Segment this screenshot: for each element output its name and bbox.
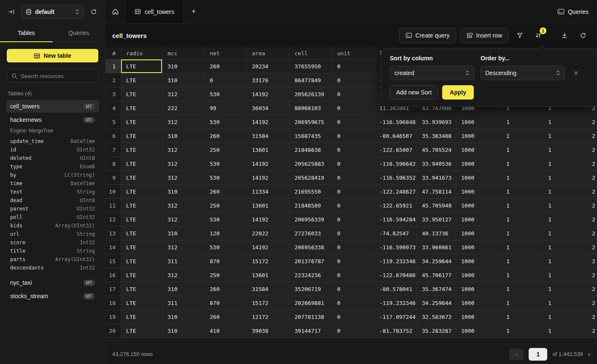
table-cell[interactable]: 312 — [162, 115, 205, 129]
table-cell[interactable]: LTE — [121, 310, 162, 324]
table-cell[interactable]: LTE — [121, 240, 162, 254]
table-cell[interactable]: 1 — [501, 296, 543, 310]
table-cell[interactable]: 530 — [205, 157, 247, 170]
table-cell[interactable]: 870 — [205, 254, 247, 268]
page-number-input[interactable] — [529, 348, 547, 361]
table-cell[interactable]: 0 — [332, 199, 374, 212]
table-cell[interactable]: 530 — [205, 213, 247, 226]
table-cell[interactable]: -116.590973 — [374, 240, 417, 254]
table-cell[interactable]: 1 — [543, 240, 587, 254]
table-cell[interactable]: 1000 — [456, 282, 501, 296]
table-cell[interactable]: 205625883 — [289, 157, 332, 170]
table-cell[interactable]: 1 — [543, 143, 587, 156]
database-selector[interactable]: default — [21, 5, 84, 19]
table-cell[interactable]: 0 — [332, 171, 374, 184]
table-cell[interactable]: 2 — [587, 213, 597, 226]
table-cell[interactable]: 250 — [205, 199, 247, 212]
table-cell[interactable]: 410 — [205, 324, 247, 337]
table-cell[interactable]: 222 — [162, 101, 205, 115]
table-cell[interactable]: LTE — [121, 171, 162, 184]
column-header-radio[interactable]: radio — [121, 47, 162, 59]
table-cell[interactable]: 310 — [162, 324, 205, 337]
table-cell[interactable]: 260 — [205, 185, 247, 198]
table-cell[interactable]: 36034 — [247, 101, 289, 115]
table-cell[interactable]: 14192 — [247, 240, 289, 254]
table-cell[interactable]: 88068103 — [289, 101, 332, 115]
table-cell[interactable]: 310 — [162, 73, 205, 87]
table-cell[interactable]: 310 — [162, 185, 205, 198]
table-cell[interactable]: 205628419 — [289, 171, 332, 184]
table-cell[interactable]: 32.583672 — [417, 310, 456, 324]
table-cell[interactable]: 40.13736 — [417, 226, 456, 240]
table-cell[interactable]: 2 — [587, 282, 597, 296]
table-cell[interactable]: 33.939693 — [417, 115, 456, 129]
table-cell[interactable]: 1 — [543, 296, 587, 310]
column-header-rownum[interactable]: # — [105, 47, 121, 59]
table-cell[interactable]: -74.82547 — [374, 226, 417, 240]
table-cell[interactable]: 35206719 — [289, 282, 332, 296]
table-cell[interactable]: 21848589 — [289, 199, 332, 212]
table-cell[interactable]: 14192 — [247, 87, 289, 101]
table-cell[interactable]: 2 — [587, 157, 597, 170]
table-cell[interactable]: 1 — [543, 171, 587, 184]
table-cell[interactable]: 45.705524 — [417, 143, 456, 156]
table-cell[interactable]: 20234 — [247, 59, 289, 73]
table-cell[interactable]: 260 — [205, 129, 247, 143]
sort-order-select[interactable]: Descending — [481, 66, 565, 80]
table-cell[interactable]: 207781138 — [289, 310, 332, 324]
remove-sort-button[interactable]: × — [571, 69, 581, 78]
table-cell[interactable]: 0 — [332, 310, 374, 324]
table-cell[interactable]: 0 — [332, 143, 374, 156]
table-cell[interactable]: 310 — [162, 129, 205, 143]
table-cell[interactable]: 21848638 — [289, 143, 332, 156]
table-cell[interactable]: 35.367474 — [417, 282, 456, 296]
sort-column-select[interactable]: created — [390, 66, 474, 80]
table-cell[interactable]: 14192 — [247, 157, 289, 170]
table-cell[interactable]: 14192 — [247, 213, 289, 226]
table-cell[interactable]: LTE — [121, 199, 162, 212]
column-header-unit[interactable]: unit — [332, 47, 374, 59]
table-cell[interactable]: 311 — [162, 254, 205, 268]
table-cell[interactable]: -117.097244 — [374, 310, 417, 324]
table-cell[interactable]: 1 — [501, 157, 543, 170]
column-header-net[interactable]: net — [205, 47, 247, 59]
table-cell[interactable]: 1000 — [456, 268, 501, 282]
table-cell[interactable]: 47.758114 — [417, 185, 456, 198]
table-cell[interactable]: 1000 — [456, 254, 501, 268]
table-cell[interactable]: 11334 — [247, 185, 289, 198]
table-cell[interactable]: -122.65007 — [374, 143, 417, 156]
table-cell[interactable]: 34.259644 — [417, 254, 456, 268]
create-query-button[interactable]: Create query — [399, 28, 456, 43]
table-cell[interactable]: -119.232346 — [374, 296, 417, 310]
table-cell[interactable]: LTE — [121, 226, 162, 240]
table-cell[interactable]: 1 — [543, 213, 587, 226]
table-cell[interactable]: 310 — [162, 282, 205, 296]
table-cell[interactable]: 1 — [501, 199, 543, 212]
table-cell[interactable]: 201376787 — [289, 254, 332, 268]
table-cell[interactable]: 0 — [332, 73, 374, 87]
new-table-button[interactable]: New table — [7, 49, 98, 62]
table-cell[interactable]: -116.596848 — [374, 115, 417, 129]
table-cell[interactable]: -122.65921 — [374, 199, 417, 212]
table-cell[interactable]: 0 — [332, 115, 374, 129]
table-cell[interactable]: 0 — [332, 226, 374, 240]
table-cell[interactable]: 2 — [587, 143, 597, 156]
table-cell[interactable]: 0 — [332, 157, 374, 170]
table-cell[interactable]: 1000 — [456, 324, 501, 337]
table-cell[interactable]: 1000 — [456, 115, 501, 129]
table-cell[interactable]: 312 — [162, 268, 205, 282]
table-cell[interactable]: 870 — [205, 296, 247, 310]
table-cell[interactable]: 1000 — [456, 157, 501, 170]
table-cell[interactable]: 1 — [543, 129, 587, 143]
table-cell[interactable]: 1 — [501, 213, 543, 226]
table-cell[interactable]: LTE — [121, 129, 162, 143]
table-cell[interactable]: 33.950127 — [417, 213, 456, 226]
table-cell[interactable]: 1 — [543, 199, 587, 212]
table-cell[interactable]: 1 — [501, 171, 543, 184]
table-cell[interactable]: 1 — [501, 254, 543, 268]
table-cell[interactable]: 1000 — [456, 296, 501, 310]
table-cell[interactable]: LTE — [121, 143, 162, 156]
table-cell[interactable]: 2 — [587, 268, 597, 282]
table-cell[interactable]: 31584 — [247, 282, 289, 296]
export-button[interactable] — [557, 28, 572, 43]
